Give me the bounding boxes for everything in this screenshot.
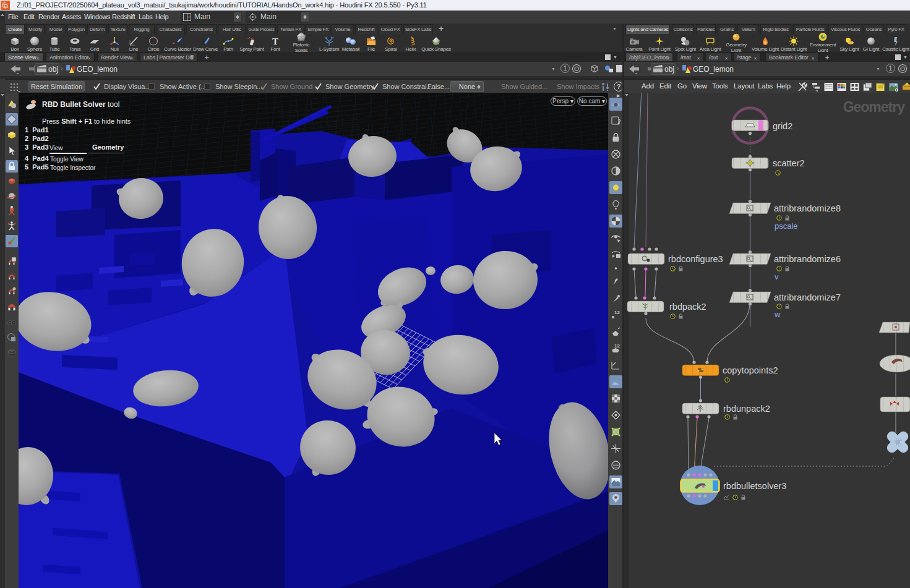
svg-text:12: 12 xyxy=(614,343,620,349)
svg-text:T: T xyxy=(272,36,278,46)
svg-text:12: 12 xyxy=(614,310,620,315)
